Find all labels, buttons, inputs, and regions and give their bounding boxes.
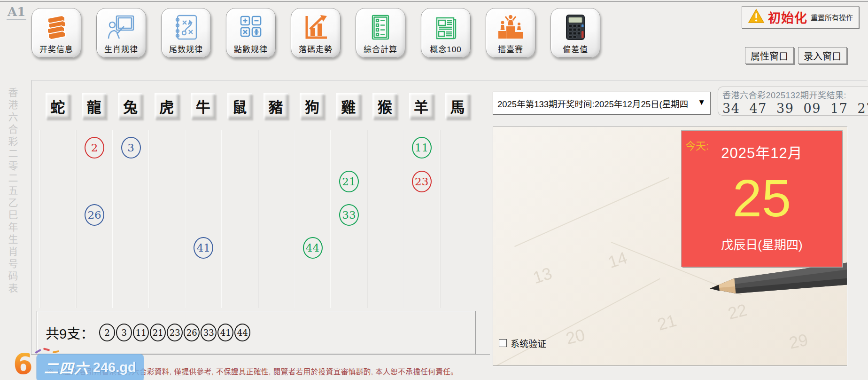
- summary-ball-21: 21: [150, 324, 166, 341]
- grid-column: [148, 130, 185, 308]
- toolbar-button-label: 落碼走勢: [299, 43, 333, 55]
- watermark-chinese-text: 二四六: [44, 357, 89, 378]
- zodiac-number-grid: 2311212326334144: [39, 130, 476, 308]
- zodiac-cell: 雞: [330, 93, 366, 119]
- content-frame-top-divider: [31, 80, 867, 80]
- zodiac-button-2[interactable]: 龍: [82, 93, 106, 119]
- toolbar-button-label: 开奖信息: [39, 43, 73, 55]
- summary-numbers: 2311212326334144: [99, 324, 251, 341]
- number-ball-11: 11: [412, 137, 432, 158]
- toolbar-button-1[interactable]: 开奖信息: [31, 8, 81, 58]
- grid-column: [185, 130, 221, 308]
- grid-column: [294, 130, 330, 308]
- toolbar-button-2[interactable]: 生肖规律: [96, 8, 146, 58]
- property-window-button[interactable]: 属性窗口: [745, 47, 794, 64]
- toolbar-button-9[interactable]: 偏差值: [550, 8, 600, 58]
- calendar-day-number: 25: [682, 172, 842, 225]
- period-dropdown-value: 2025年第133期开奖时间:2025年12月25日(星期四): [493, 97, 688, 110]
- toolbar-button-label: 概念100: [430, 43, 461, 55]
- zodiac-cell: 馬: [439, 93, 475, 119]
- period-dropdown[interactable]: 2025年第133期开奖时间:2025年12月25日(星期四) ▼: [493, 92, 711, 115]
- summary-ball-26: 26: [184, 324, 200, 341]
- system-verify-checkbox[interactable]: 系统验证: [499, 337, 546, 349]
- grid-column: [39, 130, 76, 308]
- zodiac-cell: 猴: [367, 93, 403, 119]
- zodiac-button-5[interactable]: 牛: [191, 93, 215, 119]
- toolbar-button-8[interactable]: 擂臺賽: [486, 8, 535, 58]
- zodiac-button-11[interactable]: 羊: [409, 93, 434, 119]
- zodiac-cell: 狗: [294, 93, 330, 119]
- calculator-icon: [560, 12, 590, 43]
- math-ops-icon: [236, 12, 266, 43]
- zodiac-button-9[interactable]: 雞: [336, 93, 361, 119]
- zodiac-cell: 蛇: [39, 93, 76, 119]
- number-ball-41: 41: [194, 237, 213, 259]
- latest-result-numbers: 34 47 39 09 17 27+46: [722, 101, 868, 116]
- zodiac-button-4[interactable]: 虎: [155, 93, 179, 119]
- zodiac-button-1[interactable]: 蛇: [46, 93, 70, 119]
- grid-column: [367, 130, 403, 308]
- entry-window-button[interactable]: 录入窗口: [798, 47, 847, 64]
- app-window: A1 开奖信息生肖规律尾数规律點數规律落碼走勢綜合計算概念100擂臺賽偏差值 初…: [0, 0, 868, 380]
- zodiac-cell: 豬: [257, 93, 294, 119]
- summary-ball-33: 33: [201, 324, 217, 341]
- toolbar-button-label: 生肖规律: [104, 43, 138, 55]
- watermark-6-logo: 6: [13, 350, 33, 378]
- calendar-panel: 131420212229 今天: 2025年12月 25 戊辰日(星期四) 系统…: [493, 127, 847, 366]
- window-top-edge: [0, 1, 868, 2]
- toolbar-button-label: 偏差值: [563, 43, 588, 55]
- number-ball-3: 3: [121, 137, 141, 158]
- zodiac-button-3[interactable]: 兔: [118, 93, 142, 119]
- checkbox-icon[interactable]: [499, 339, 507, 347]
- sketch-line: [514, 177, 669, 247]
- initialize-label: 初始化: [768, 8, 807, 26]
- rising-chart-icon: [301, 12, 331, 43]
- watermark-badge: 二四六 246.gd: [37, 354, 144, 380]
- summary-ball-3: 3: [116, 324, 132, 341]
- summary-ball-41: 41: [217, 324, 233, 341]
- zodiac-cell: 羊: [403, 93, 439, 119]
- toolbar-button-label: 尾数规律: [169, 43, 203, 55]
- zodiac-button-7[interactable]: 豬: [264, 93, 288, 119]
- confetti-decoration: [53, 350, 59, 353]
- summary-ball-11: 11: [133, 324, 149, 341]
- zodiac-button-10[interactable]: 猴: [372, 93, 397, 119]
- toolbar-button-4[interactable]: 點數规律: [226, 8, 276, 58]
- zodiac-cell: 鼠: [221, 93, 257, 119]
- initialize-button[interactable]: 初始化 重置所有操作: [742, 6, 859, 28]
- zodiac-button-8[interactable]: 狗: [300, 93, 324, 119]
- summary-box: 共9支： 2311212326334144: [37, 311, 476, 354]
- summary-ball-44: 44: [234, 324, 250, 341]
- latest-result-box: 香港六合彩2025132期开奖结果: 34 47 39 09 17 27+46: [718, 87, 868, 116]
- number-ball-26: 26: [85, 204, 104, 226]
- zodiac-button-12[interactable]: 馬: [445, 93, 470, 119]
- toolbar-button-label: 綜合計算: [364, 43, 397, 55]
- dropdown-arrow-icon[interactable]: ▼: [698, 98, 705, 107]
- newspaper-icon: [431, 12, 461, 43]
- latest-result-title: 香港六合彩2025132期开奖结果:: [722, 88, 868, 101]
- zodiac-cell: 兔: [112, 93, 148, 119]
- calendar-month: 2025年12月: [682, 141, 842, 162]
- zodiac-cell: 龍: [76, 93, 112, 119]
- toolbar-button-7[interactable]: 概念100: [421, 8, 471, 58]
- confetti-decoration: [35, 349, 41, 354]
- grid-column: [258, 130, 294, 308]
- toolbar-button-5[interactable]: 落碼走勢: [291, 8, 341, 58]
- number-ball-23: 23: [412, 171, 432, 192]
- number-ball-21: 21: [339, 171, 359, 192]
- summary-ball-23: 23: [167, 324, 183, 341]
- corner-label: A1: [7, 5, 26, 20]
- watermark: 6 二四六 246.gd: [13, 350, 144, 380]
- zodiac-cell: 虎: [148, 93, 185, 119]
- toolbar-button-label: 點數规律: [234, 43, 268, 55]
- toolbar-button-6[interactable]: 綜合計算: [356, 8, 405, 58]
- number-ball-2: 2: [85, 137, 104, 158]
- zodiac-button-6[interactable]: 鼠: [227, 93, 252, 119]
- number-ball-44: 44: [303, 237, 323, 259]
- grid-column: [221, 130, 257, 308]
- pencil-image: [702, 262, 847, 306]
- zodiac-row: 蛇龍兔虎牛鼠豬狗雞猴羊馬: [39, 93, 476, 119]
- toolbar-button-3[interactable]: 尾数规律: [161, 8, 211, 58]
- number-ball-33: 33: [339, 204, 359, 226]
- form-list-icon: [365, 12, 395, 43]
